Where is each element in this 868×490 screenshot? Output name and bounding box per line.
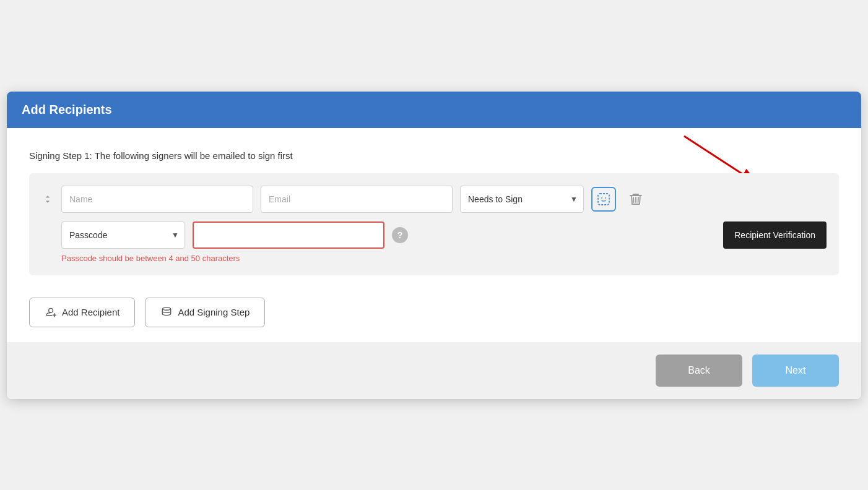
passcode-value-input[interactable] [193, 221, 384, 249]
back-button[interactable]: Back [656, 355, 742, 387]
face-id-button[interactable] [591, 187, 616, 212]
recipient-card: Needs to Sign Gets a Copy Needs to View … [29, 173, 839, 275]
sort-icon[interactable] [41, 193, 54, 205]
add-signing-step-icon [160, 306, 173, 319]
name-input[interactable] [61, 186, 253, 213]
recipient-card-wrapper: Needs to Sign Gets a Copy Needs to View … [29, 173, 839, 275]
add-signing-step-button[interactable]: Add Signing Step [145, 298, 265, 327]
modal-footer: Back Next [7, 342, 861, 399]
svg-rect-2 [598, 194, 609, 205]
add-recipient-label: Add Recipient [62, 307, 119, 317]
modal-title: Add Recipients [22, 103, 846, 117]
recipient-row-bottom: Passcode SMS/Phone None ▼ ? Recipient Ve… [61, 221, 827, 249]
passcode-select-wrapper: Passcode SMS/Phone None ▼ [61, 221, 185, 249]
passcode-error-message: Passcode should be between 4 and 50 char… [61, 254, 827, 263]
email-input[interactable] [261, 186, 453, 213]
passcode-select[interactable]: Passcode SMS/Phone None [61, 221, 185, 249]
svg-point-7 [163, 307, 171, 310]
face-id-icon [596, 192, 611, 207]
svg-point-4 [605, 197, 606, 199]
recipient-verification-button[interactable]: Recipient Verification [723, 221, 827, 249]
add-recipient-button[interactable]: Add Recipient [29, 298, 135, 327]
signing-step-label: Signing Step 1: The following signers wi… [29, 150, 839, 161]
modal-header: Add Recipients [7, 92, 861, 128]
recipient-row-top: Needs to Sign Gets a Copy Needs to View … [41, 186, 827, 213]
add-recipient-icon [45, 306, 57, 319]
trash-icon [628, 192, 643, 207]
role-select-wrapper: Needs to Sign Gets a Copy Needs to View … [460, 186, 584, 213]
help-icon[interactable]: ? [392, 227, 408, 243]
role-select[interactable]: Needs to Sign Gets a Copy Needs to View … [460, 186, 584, 213]
modal-body: Signing Step 1: The following signers wi… [7, 128, 861, 342]
next-button[interactable]: Next [752, 355, 839, 387]
action-buttons: Add Recipient Add Signing Step [29, 298, 839, 327]
add-recipients-modal: Add Recipients Signing Step 1: The follo… [7, 92, 861, 399]
svg-point-3 [601, 197, 602, 199]
add-signing-step-label: Add Signing Step [178, 307, 250, 317]
delete-recipient-button[interactable] [623, 187, 648, 212]
